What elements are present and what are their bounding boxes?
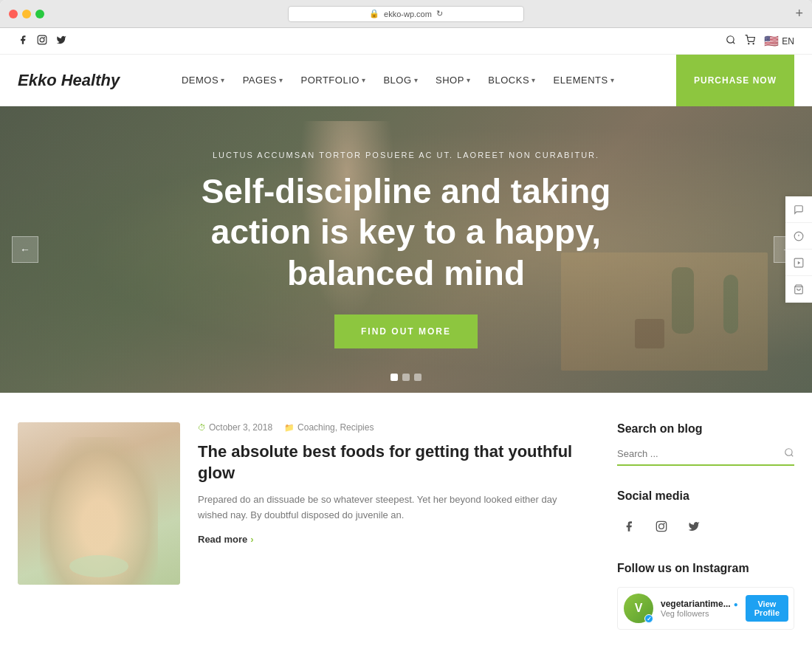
- close-button[interactable]: [9, 10, 18, 18]
- content-section: ⏱ October 3, 2018 📁 Coaching, Recipies T…: [0, 393, 812, 660]
- shop-dropdown-arrow: ▾: [467, 76, 471, 84]
- social-twitter-icon[interactable]: [682, 515, 706, 538]
- hero-section: LUCTUS ACCUMSAN TORTOR POSUERE AC UT. LA…: [0, 106, 812, 393]
- minimize-button[interactable]: [22, 10, 31, 18]
- hero-title: Self-discipline and taking action is key…: [185, 171, 627, 294]
- nav-portfolio[interactable]: PORTFOLIO ▾: [300, 75, 365, 86]
- blog-post: ⏱ October 3, 2018 📁 Coaching, Recipies T…: [18, 422, 588, 653]
- instagram-info: vegetariantime... ● Veg followers: [661, 599, 738, 618]
- nav-shop[interactable]: SHOP ▾: [436, 75, 470, 86]
- instagram-name: vegetariantime... ●: [661, 599, 738, 609]
- floating-comment-icon[interactable]: [785, 196, 812, 223]
- pages-dropdown-arrow: ▾: [279, 76, 283, 84]
- social-instagram-icon[interactable]: [650, 515, 673, 538]
- social-widget: Social media: [617, 489, 794, 538]
- nav-demos[interactable]: DEMOS ▾: [182, 75, 225, 86]
- search-widget-title: Search on blog: [617, 422, 794, 436]
- nav-blocks[interactable]: BLOCKS ▾: [488, 75, 535, 86]
- search-input[interactable]: [617, 448, 784, 459]
- svg-marker-11: [798, 261, 801, 264]
- hero-prev-button[interactable]: ←: [12, 236, 38, 263]
- flag-icon: 🇺🇸: [764, 34, 779, 48]
- demos-dropdown-arrow: ▾: [221, 76, 225, 84]
- svg-line-14: [791, 455, 794, 457]
- facebook-topbar-link[interactable]: [18, 35, 28, 47]
- blog-post-image: [18, 422, 180, 585]
- blocks-dropdown-arrow: ▾: [531, 76, 536, 84]
- navbar: Ekko Healthy DEMOS ▾ PAGES ▾ PORTFOLIO ▾…: [0, 55, 812, 106]
- search-submit-button[interactable]: [784, 447, 794, 460]
- read-more-link[interactable]: Read more ›: [198, 534, 588, 545]
- floating-info-icon[interactable]: [785, 223, 812, 250]
- instagram-handle: Veg followers: [661, 609, 738, 618]
- svg-rect-0: [38, 35, 47, 44]
- brand-logo[interactable]: Ekko Healthy: [18, 71, 120, 90]
- traffic-lights: [9, 10, 44, 18]
- svg-point-16: [659, 524, 664, 529]
- blog-date-meta: ⏱ October 3, 2018: [198, 422, 272, 433]
- language-selector[interactable]: 🇺🇸 EN: [764, 34, 794, 48]
- blog-dropdown-arrow: ▾: [414, 76, 419, 84]
- nav-pages[interactable]: PAGES ▾: [243, 75, 283, 86]
- nav-blog[interactable]: BLOG ▾: [383, 75, 418, 86]
- twitter-topbar-link[interactable]: [56, 35, 66, 47]
- svg-line-4: [733, 42, 735, 44]
- hero-dot-3[interactable]: [414, 374, 422, 381]
- refresh-icon[interactable]: ↻: [436, 9, 443, 18]
- search-box: [617, 447, 794, 466]
- svg-point-5: [749, 44, 749, 44]
- hero-cta-button[interactable]: FIND OUT MORE: [334, 314, 478, 348]
- blog-plate-element: [69, 555, 128, 577]
- hero-subtitle: LUCTUS ACCUMSAN TORTOR POSUERE AC UT. LA…: [185, 151, 627, 159]
- top-bar: 🇺🇸 EN: [0, 28, 812, 55]
- site-content: 🇺🇸 EN Ekko Healthy DEMOS ▾ PAGES ▾ PORTF…: [0, 28, 812, 660]
- floating-bag-icon[interactable]: [785, 276, 812, 303]
- instagram-widget: Follow us on Instagram V ✓ vegetariantim…: [617, 562, 794, 630]
- sidebar: Search on blog Social media: [617, 422, 794, 653]
- instagram-follow-button[interactable]: View Profile: [746, 595, 788, 622]
- search-widget: Search on blog: [617, 422, 794, 466]
- portfolio-dropdown-arrow: ▾: [362, 76, 366, 84]
- hero-plant1: [723, 275, 738, 334]
- hero-dot-2[interactable]: [402, 374, 410, 381]
- svg-point-6: [753, 44, 754, 44]
- svg-point-17: [664, 523, 665, 524]
- social-facebook-icon[interactable]: [617, 515, 641, 538]
- instagram-topbar-link[interactable]: [37, 35, 47, 47]
- search-top-icon[interactable]: [726, 35, 736, 47]
- purchase-button[interactable]: PURCHASE NOW: [676, 55, 794, 106]
- instagram-profile: V ✓ vegetariantime... ● Veg followers Vi…: [617, 587, 794, 630]
- hero-plant2: [672, 267, 694, 334]
- svg-point-1: [40, 38, 44, 42]
- hero-dot-1[interactable]: [390, 374, 398, 381]
- hero-dots: [390, 374, 422, 381]
- new-tab-button[interactable]: +: [795, 6, 803, 21]
- read-more-arrow-icon: ›: [250, 534, 253, 545]
- floating-play-icon[interactable]: [785, 250, 812, 276]
- url-bar[interactable]: 🔒 ekko-wp.com ↻: [288, 6, 524, 22]
- social-links: [18, 35, 66, 47]
- svg-rect-15: [656, 521, 666, 531]
- blog-post-excerpt: Prepared do an dissuade be so whatever s…: [198, 492, 588, 523]
- cart-top-icon[interactable]: [745, 35, 755, 47]
- floating-sidebar: [785, 196, 812, 303]
- blog-post-title: The absolute best foods for getting that…: [198, 441, 588, 484]
- nav-links: DEMOS ▾ PAGES ▾ PORTFOLIO ▾ BLOG ▾ SHOP: [182, 75, 614, 86]
- lock-icon: 🔒: [369, 9, 379, 18]
- blog-category-meta: 📁 Coaching, Recipies: [284, 422, 374, 433]
- blog-categories: Coaching, Recipies: [297, 422, 374, 433]
- blog-post-text: ⏱ October 3, 2018 📁 Coaching, Recipies T…: [198, 422, 588, 653]
- blog-meta: ⏱ October 3, 2018 📁 Coaching, Recipies: [198, 422, 588, 433]
- top-right-icons: 🇺🇸 EN: [726, 34, 794, 48]
- elements-dropdown-arrow: ▾: [610, 76, 615, 84]
- instagram-avatar: V ✓: [624, 594, 653, 623]
- blog-date: October 3, 2018: [209, 422, 272, 433]
- browser-titlebar: 🔒 ekko-wp.com ↻ +: [0, 0, 812, 28]
- folder-icon: 📁: [284, 423, 295, 433]
- clock-icon: ⏱: [198, 423, 206, 432]
- maximize-button[interactable]: [35, 10, 44, 18]
- url-text: ekko-wp.com: [384, 10, 432, 18]
- svg-point-13: [785, 449, 792, 456]
- nav-elements[interactable]: ELEMENTS ▾: [554, 75, 615, 86]
- instagram-verified-indicator: ●: [734, 600, 738, 608]
